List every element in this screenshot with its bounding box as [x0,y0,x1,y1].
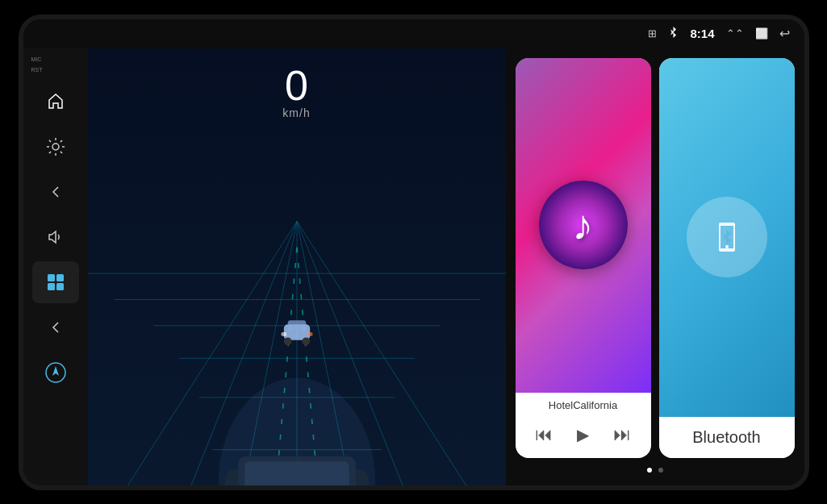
svg-rect-1 [48,274,55,281]
svg-rect-25 [287,320,306,329]
mic-label: MIC [23,56,42,62]
svg-point-27 [302,337,310,345]
svg-rect-32 [244,461,349,485]
svg-rect-29 [307,331,311,335]
sidebar-back-button[interactable] [32,171,79,213]
svg-rect-2 [56,274,64,281]
bluetooth-circle [687,197,767,277]
sidebar-apps-button[interactable] [32,261,79,303]
sidebar-navigation-button[interactable] [32,352,79,394]
music-card[interactable]: ♪ HotelCalifornia ⏮ ▶ ⏭ [516,58,651,458]
sidebar-back2-button[interactable] [32,306,79,348]
music-controls: ⏮ ▶ ⏭ [524,418,643,452]
cards-row: ♪ HotelCalifornia ⏮ ▶ ⏭ [516,58,795,458]
window-icon: ⬜ [755,27,768,40]
speed-unit: km/h [282,106,310,119]
speed-value: 0 [282,65,310,106]
prev-button[interactable]: ⏮ [528,421,559,448]
music-card-artwork: ♪ [516,58,651,393]
svg-rect-3 [48,283,55,290]
cast-icon: ⊞ [648,27,657,40]
svg-point-26 [283,337,291,345]
play-button[interactable]: ▶ [570,422,595,448]
svg-rect-28 [281,331,286,335]
right-panel: ♪ HotelCalifornia ⏮ ▶ ⏭ [506,48,804,485]
status-bar: ⊞ 8:14 ⌃⌃ ⬜ ↩ [23,19,804,48]
sidebar-home-button[interactable] [32,81,79,123]
device-frame: ⊞ 8:14 ⌃⌃ ⬜ ↩ MIC RST [19,15,809,490]
sidebar: MIC RST [23,48,88,485]
rst-label: RST [23,67,43,73]
bluetooth-status-icon [668,26,679,41]
page-dots [516,468,795,476]
sidebar-settings-button[interactable] [32,126,79,168]
status-time: 8:14 [690,27,714,40]
back-icon: ↩ [779,26,790,41]
main-area: MIC RST [23,48,804,485]
bluetooth-card-bottom: Bluetooth [659,417,795,458]
bluetooth-card[interactable]: Bluetooth [659,58,795,458]
music-card-bottom: HotelCalifornia ⏮ ▶ ⏭ [516,393,651,458]
next-button[interactable]: ⏭ [607,421,637,448]
page-dot-1 [647,468,652,473]
bluetooth-label: Bluetooth [667,428,787,447]
svg-rect-4 [56,283,64,290]
speed-display: 0 km/h [282,65,310,119]
svg-point-40 [725,245,729,248]
page-dot-2 [658,468,663,473]
signal-icon: ⌃⌃ [726,27,744,40]
center-area: 0 km/h [88,48,506,485]
song-title: HotelCalifornia [524,399,643,411]
svg-point-0 [52,144,59,150]
bluetooth-card-art [659,58,795,417]
sidebar-volume-button[interactable] [32,216,79,258]
